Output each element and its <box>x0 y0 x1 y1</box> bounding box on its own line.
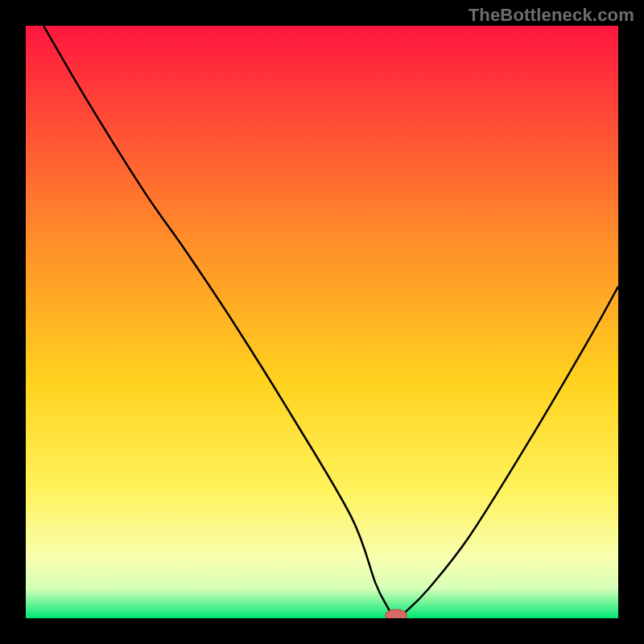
chart-frame: TheBottleneck.com <box>0 0 644 644</box>
optimal-marker <box>386 609 407 618</box>
chart-svg <box>26 26 618 618</box>
watermark-label: TheBottleneck.com <box>469 5 634 26</box>
gradient-background <box>26 26 618 618</box>
plot-area <box>26 26 618 618</box>
